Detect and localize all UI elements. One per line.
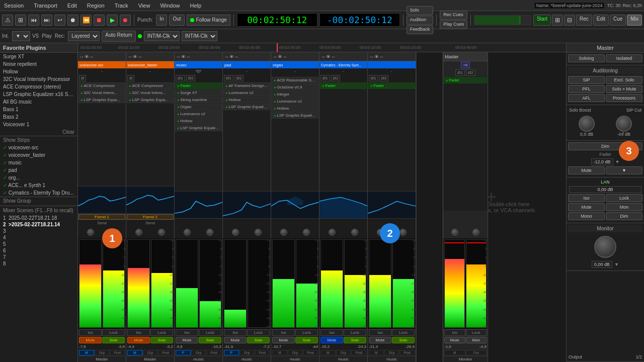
- int-select[interactable]: ▼: [12, 31, 30, 41]
- mute-btn-org[interactable]: Mute: [272, 337, 295, 343]
- pan-l-master[interactable]: [451, 229, 458, 236]
- plugin-hollow[interactable]: Hollow: [0, 68, 77, 75]
- rp-invert-btn[interactable]: ▼: [606, 166, 642, 174]
- icon-grid[interactable]: ⊞: [552, 15, 563, 26]
- plugin-fader-drum[interactable]: Fader: [368, 82, 415, 89]
- plugin-lsp-vs[interactable]: LSP Graphic Equa...: [78, 97, 125, 103]
- plugin-lsp-eq[interactable]: LSP Graphic Equalizer x16 Ste...: [0, 90, 77, 98]
- pgm-m-vs[interactable]: M: [79, 350, 94, 355]
- plugin-vo1[interactable]: Voiceover 1: [0, 121, 77, 128]
- solo-btn[interactable]: Solo: [407, 6, 434, 15]
- pgm-post-cym[interactable]: Post: [351, 350, 366, 355]
- warning-icon[interactable]: ⚠: [2, 15, 13, 26]
- ch-phase1-cym[interactable]: Ø1: [320, 75, 330, 81]
- ch-01-master[interactable]: Ø1: [455, 69, 465, 76]
- scene-1[interactable]: 1 2025-02-22T18.21.18: [0, 215, 77, 221]
- pgm-out-master[interactable]: Out: [466, 350, 487, 355]
- plugin-32c-vs[interactable]: 32C Vocal Intens...: [78, 89, 125, 96]
- sip-cut-knob[interactable]: [616, 116, 632, 132]
- pgm-p-mu[interactable]: P: [176, 350, 191, 355]
- isolated-btn[interactable]: Isolated: [606, 54, 642, 62]
- pgm-post-pad[interactable]: Post: [255, 350, 270, 355]
- pgm-m-vf[interactable]: M: [127, 350, 142, 355]
- strip-pad[interactable]: pad: [0, 166, 77, 174]
- plugin-lum-mu[interactable]: Luminance v2: [175, 111, 222, 117]
- pgm-m-cym[interactable]: M: [320, 350, 336, 355]
- solo-btn-vf[interactable]: Solo: [150, 337, 173, 343]
- menu-window[interactable]: Window: [158, 2, 182, 10]
- record-icon[interactable]: ⏺: [120, 15, 131, 26]
- plugin-ace-comp-vf[interactable]: ACE Compressor: [127, 82, 174, 89]
- menu-view[interactable]: View: [136, 2, 152, 10]
- solo-btn-cym[interactable]: Solo: [344, 337, 366, 343]
- mix-btn-right[interactable]: Mix: [627, 15, 642, 26]
- plugin-fader-cym[interactable]: Fader: [320, 82, 367, 89]
- solo-boost-knob[interactable]: [579, 116, 595, 132]
- mute-btn-cym[interactable]: Mute: [320, 337, 343, 343]
- prev-icon[interactable]: ⏮: [28, 15, 39, 26]
- plugin-all-bg[interactable]: All BG music: [0, 98, 77, 106]
- pfl-btn[interactable]: PFL: [568, 85, 605, 93]
- pan-r-master[interactable]: [472, 229, 479, 236]
- pgm-grp-org[interactable]: Grp: [288, 350, 303, 355]
- intm-clk-select1[interactable]: INT/M-Clk: [144, 31, 180, 41]
- ch-phase2-cym[interactable]: Ø2: [331, 75, 341, 81]
- plugin-hollow-org[interactable]: Hollow: [272, 105, 318, 112]
- plugin-lsp-vf[interactable]: LSP Graphic Equa...: [127, 97, 174, 103]
- solo-btn-pad[interactable]: Solo: [247, 337, 270, 343]
- scene-6[interactable]: 6: [0, 247, 77, 254]
- menu-edit[interactable]: Edit: [65, 2, 79, 10]
- menu-track[interactable]: Track: [113, 2, 130, 10]
- ch-phase-btn-vs[interactable]: Ø: [79, 75, 86, 81]
- pgm-m-drum[interactable]: M: [369, 350, 384, 355]
- strip-voiceover-src[interactable]: voiceover-src: [0, 144, 77, 151]
- lock-btn-drum[interactable]: Lock: [392, 329, 415, 336]
- ch-phase1-drum[interactable]: Ø1: [369, 75, 378, 81]
- sip-btn[interactable]: SiP: [568, 76, 605, 84]
- solo-btn-mu[interactable]: Solo: [199, 337, 221, 343]
- iso-btn-master[interactable]: Iso: [444, 329, 465, 336]
- pan-knob-r-vs[interactable]: [110, 229, 117, 236]
- plugin-ace-comp-vs[interactable]: ACE Compressor: [78, 82, 125, 89]
- strip-org[interactable]: org...: [0, 174, 77, 182]
- rp-mute-btn[interactable]: Mute: [568, 166, 605, 174]
- lock-btn-vs[interactable]: Lock: [102, 329, 125, 336]
- plugin-int-org[interactable]: Integer: [272, 91, 318, 98]
- pgm-p-pad[interactable]: P: [224, 350, 239, 355]
- plugin-hollow-pad[interactable]: Hollow: [223, 97, 270, 103]
- ch-02-master[interactable]: Ø2: [466, 69, 475, 76]
- pan-r-cym[interactable]: [351, 229, 358, 236]
- rec-btn-right[interactable]: Rec: [576, 15, 592, 26]
- punch-in-btn[interactable]: In: [156, 15, 167, 26]
- menu-help[interactable]: Help: [188, 2, 204, 10]
- plugin-32c-vf[interactable]: 32C Vocal Intens...: [127, 89, 174, 96]
- pan-l-org[interactable]: [280, 229, 287, 236]
- pgm-grp-vs[interactable]: Grp: [95, 350, 110, 355]
- plugin-noise[interactable]: Noise repellent: [0, 60, 77, 68]
- iso-btn-vf[interactable]: Iso: [127, 329, 150, 336]
- scene-3[interactable]: 3: [0, 228, 77, 234]
- menu-session[interactable]: Session: [2, 2, 26, 10]
- plugin-32c-vocal[interactable]: 32C Vocal Intensity Processor: [0, 75, 77, 83]
- pan-l-pad[interactable]: [232, 229, 239, 236]
- iso-btn-vs[interactable]: Iso: [79, 329, 102, 336]
- pgm-post-vs[interactable]: Post: [110, 350, 125, 355]
- lock-btn-pad[interactable]: Lock: [247, 329, 270, 336]
- auto-return-btn[interactable]: Auto Return: [102, 31, 135, 42]
- ch-phase-btn-vf[interactable]: Ø: [127, 75, 134, 81]
- fader-dropdown-icon[interactable]: ▼: [615, 159, 620, 164]
- solo-mute-btn[interactable]: Solo » Mute: [606, 85, 642, 93]
- plugin-ace-comp[interactable]: ACE Compressor (stereo): [0, 83, 77, 90]
- excl-solo-btn[interactable]: Excl. Solo: [606, 76, 642, 84]
- pgm-post-org[interactable]: Post: [303, 350, 318, 355]
- ch-phase1-mu[interactable]: Ø1: [176, 75, 185, 81]
- pgm-grp-drum[interactable]: Grp: [384, 350, 399, 355]
- snap-icon[interactable]: ⊞: [15, 15, 26, 26]
- pan-l-cym[interactable]: [329, 229, 336, 236]
- rp-lock-btn[interactable]: Lock: [606, 194, 642, 202]
- strip-music[interactable]: music: [0, 159, 77, 166]
- click-icon[interactable]: ⏺: [67, 15, 78, 26]
- pan-knob-r-vf[interactable]: [158, 229, 165, 236]
- solo-btn-drum[interactable]: Solo: [392, 337, 415, 343]
- icon-grid2[interactable]: ⊟: [564, 15, 575, 26]
